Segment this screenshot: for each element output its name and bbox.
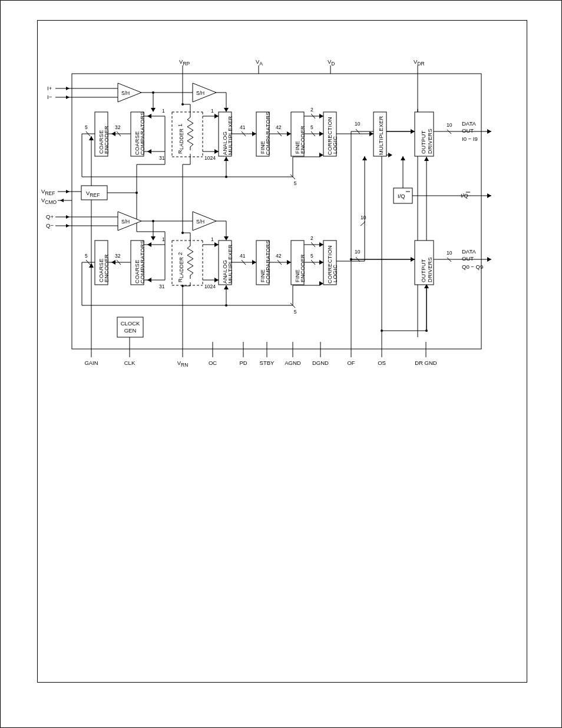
svg-text:5: 5 [294, 180, 297, 186]
svg-text:DRIVERS: DRIVERS [427, 257, 433, 282]
pin-data-out-i: DATA [462, 120, 477, 127]
svg-text:10: 10 [355, 121, 361, 127]
svg-text:10: 10 [447, 250, 452, 256]
svg-text:1: 1 [162, 108, 165, 114]
svg-text:PD: PD [239, 360, 247, 366]
svg-text:5: 5 [310, 253, 313, 259]
svg-text:41: 41 [240, 124, 246, 130]
inner-frame: VRP VA VD VDR I+ I− VREF VCMO Q+ Q− 10 D… [37, 20, 527, 683]
svg-point-248 [181, 232, 184, 234]
svg-text:OF: OF [347, 360, 355, 366]
svg-text:OS: OS [378, 360, 386, 366]
svg-text:5: 5 [294, 309, 297, 315]
svg-text:MULTIPLEXER: MULTIPLEXER [227, 116, 233, 155]
svg-marker-9 [66, 87, 70, 90]
svg-text:2: 2 [310, 107, 313, 113]
svg-point-64 [90, 264, 92, 266]
svg-text:CLOCK: CLOCK [121, 320, 140, 327]
pin-iq: I/Q​ [461, 192, 468, 199]
svg-text:DGND: DGND [312, 360, 329, 366]
svg-point-119 [225, 176, 227, 178]
svg-marker-14 [66, 190, 70, 193]
svg-point-141 [181, 103, 184, 106]
svg-text:OUTPUT: OUTPUT [421, 130, 427, 154]
svg-text:AGND: AGND [285, 360, 301, 366]
svg-text:31: 31 [159, 155, 165, 161]
svg-marker-16 [60, 199, 64, 202]
svg-text:1: 1 [211, 108, 214, 114]
svg-point-226 [225, 304, 227, 307]
svg-text:GAIN: GAIN [84, 360, 98, 366]
svg-marker-26 [487, 129, 491, 134]
pin-vcmo: VCMO [41, 197, 57, 205]
svg-point-92 [425, 330, 428, 332]
svg-marker-30 [487, 193, 491, 198]
svg-text:OUT: OUT [462, 127, 474, 134]
pin-i-plus: I+ [47, 85, 52, 91]
svg-text:1: 1 [211, 236, 214, 242]
svg-text:ENCODER: ENCODER [104, 126, 110, 154]
svg-text:41: 41 [240, 253, 246, 259]
pin-va: VA [256, 58, 263, 67]
svg-text:S/H: S/H [121, 219, 130, 225]
svg-text:31: 31 [159, 284, 165, 289]
pin-vrp: VRP [179, 58, 190, 67]
svg-text:5: 5 [310, 124, 313, 130]
svg-marker-19 [66, 215, 70, 219]
svg-text:ENCODER: ENCODER [300, 126, 306, 154]
diagram-svg: VRP VA VD VDR I+ I− VREF VCMO Q+ Q− 10 D… [38, 21, 527, 682]
svg-text:S/H: S/H [196, 219, 204, 225]
svg-text:10: 10 [447, 122, 452, 128]
svg-text:10: 10 [355, 249, 361, 255]
svg-text:1: 1 [162, 236, 165, 242]
svg-text:GEN: GEN [124, 327, 137, 334]
pin-vd: VD [328, 58, 335, 67]
svg-text:COMPARATORS: COMPARATORS [265, 111, 271, 155]
svg-text:LOGIC: LOGIC [332, 136, 338, 154]
svg-text:1024: 1024 [204, 284, 216, 289]
svg-text:MULTIPLEXER: MULTIPLEXER [378, 116, 384, 155]
svg-text:COMPARATORS: COMPARATORS [265, 240, 271, 284]
svg-marker-10 [66, 95, 70, 99]
svg-marker-35 [487, 257, 491, 262]
pin-vref: VREF [41, 188, 55, 196]
pin-data-out-q: DATA [462, 248, 477, 255]
svg-text:CLK: CLK [124, 360, 135, 366]
svg-text:OUT: OUT [462, 255, 474, 262]
svg-text:5: 5 [85, 124, 88, 130]
pin-vdr: VDR [414, 58, 425, 67]
svg-text:42: 42 [276, 253, 282, 259]
svg-text:STBY: STBY [260, 360, 275, 366]
svg-text:32: 32 [115, 253, 121, 259]
svg-text:I0 − I9: I0 − I9 [462, 136, 478, 142]
svg-text:VRN: VRN [177, 360, 189, 368]
svg-text:COMPARATORS: COMPARATORS [140, 240, 146, 284]
svg-text:ENCODER: ENCODER [104, 254, 110, 282]
svg-text:COMPARATORS: COMPARATORS [140, 111, 146, 155]
svg-text:1024: 1024 [204, 155, 216, 161]
svg-text:42: 42 [276, 124, 282, 130]
svg-text:10: 10 [361, 215, 366, 220]
page: VRP VA VD VDR I+ I− VREF VCMO Q+ Q− 10 D… [0, 0, 562, 728]
pin-q-plus: Q+ [46, 213, 54, 220]
svg-text:OUTPUT: OUTPUT [421, 259, 427, 282]
svg-text:S/H: S/H [121, 90, 130, 96]
svg-text:LOGIC: LOGIC [332, 265, 338, 282]
svg-text:32: 32 [115, 124, 121, 130]
svg-text:OC: OC [209, 360, 217, 366]
svg-text:5: 5 [85, 253, 88, 259]
pin-i-minus: I− [47, 94, 52, 100]
svg-text:DR GND: DR GND [415, 360, 437, 366]
svg-text:DRIVERS: DRIVERS [427, 129, 433, 154]
svg-text:MULTIPLEXER: MULTIPLEXER [227, 244, 233, 284]
bottom-pins: GAIN CLK VRN OC PD STBY AGND DGND OF OS … [84, 349, 437, 368]
svg-text:S/H: S/H [196, 90, 204, 96]
svg-text:ENCODER: ENCODER [300, 254, 306, 282]
pin-q-minus: Q− [46, 222, 54, 229]
svg-text:Q0 − Q9: Q0 − Q9 [462, 263, 483, 270]
svg-text:I/Q: I/Q [398, 193, 405, 199]
svg-text:2: 2 [310, 235, 313, 241]
svg-marker-20 [66, 224, 70, 228]
